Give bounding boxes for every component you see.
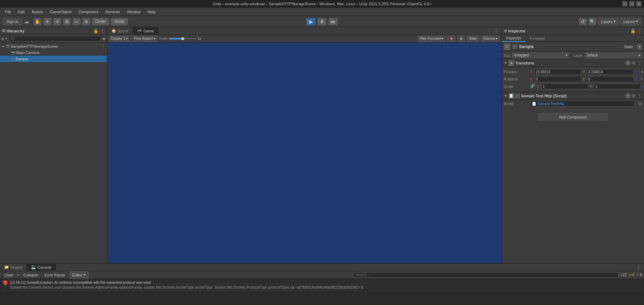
cloud-icon[interactable]: ☁	[24, 18, 29, 25]
close-button[interactable]: ✕	[636, 1, 641, 6]
inspector-lock-icon[interactable]: 🔓	[630, 29, 636, 33]
warn-badge[interactable]: ⚠ 0	[629, 273, 635, 277]
inspector-tabs-row: Inspector Focused	[502, 35, 644, 42]
tree-item-scene[interactable]: ▼ 🎬 SampleHTTPStorageScene ⋮	[0, 43, 107, 49]
search-icon[interactable]: 🔍	[588, 18, 597, 25]
title-bar: Unity - example-unity-windrose - SampleH…	[0, 0, 644, 8]
hierarchy-more-icon[interactable]: ⋮	[100, 28, 105, 34]
info-badge[interactable]: ℹ 12	[621, 273, 627, 277]
menu-services[interactable]: Services	[102, 9, 123, 15]
console-search-input[interactable]	[353, 272, 619, 278]
undo-icon[interactable]: ↺	[579, 18, 587, 25]
mute-button[interactable]: 🔇	[447, 36, 456, 42]
stats-button[interactable]: Stats	[466, 36, 479, 42]
error-badge[interactable]: ✕ 6	[636, 273, 642, 277]
collapse-button[interactable]: Collapse	[21, 273, 40, 277]
x-axis-label: X	[530, 70, 534, 74]
transform-help-icon[interactable]: ?	[626, 61, 630, 66]
rotate-tool-button[interactable]: ↺	[53, 18, 61, 25]
inspector-more-icon[interactable]: ⋮	[637, 28, 642, 34]
console-more-button[interactable]: ⋮	[634, 265, 644, 270]
pivot-button[interactable]: Center	[92, 18, 109, 25]
scale-tool-button[interactable]: ⊞	[63, 18, 71, 25]
step-button[interactable]: ⏭	[328, 18, 338, 25]
script-more-icon[interactable]: ⋮	[637, 93, 642, 99]
minimize-button[interactable]: ─	[622, 1, 627, 6]
script-settings-icon[interactable]: ⚙	[632, 93, 636, 98]
maximize-button[interactable]: □	[629, 1, 634, 6]
object-active-checkbox[interactable]: ✓	[513, 45, 517, 49]
script-help-icon[interactable]: ?	[626, 93, 630, 98]
rotation-x-input[interactable]	[534, 76, 581, 82]
display-button[interactable]: Display 1 ▾	[109, 36, 130, 42]
aspect-button[interactable]: Free Aspect ▾	[132, 36, 157, 42]
script-select-icon[interactable]: ◎	[638, 101, 642, 106]
static-dropdown-button[interactable]: ▾	[637, 44, 642, 49]
rotation-y-input[interactable]	[587, 76, 634, 82]
scale-z-group: Z	[642, 84, 644, 89]
script-component-header[interactable]: ▼ 📄 ✓ Sample Test Http (Script) ? ⚙ ⋮	[502, 92, 644, 100]
rect-tool-button[interactable]: ▭	[72, 18, 81, 25]
tab-focused[interactable]: Focused	[526, 35, 549, 42]
layer-value: Default	[587, 53, 598, 57]
position-y-input[interactable]	[587, 69, 634, 75]
tree-item-camera[interactable]: ▶ 📷 Main Camera	[0, 49, 107, 56]
layout-button[interactable]: Layout ▾	[620, 18, 641, 25]
hand-tool-button[interactable]: ✋	[33, 18, 42, 25]
add-component-button[interactable]: Add Component	[538, 113, 608, 121]
vr-button[interactable]: ⊞	[457, 36, 465, 42]
position-label: Position	[504, 70, 528, 74]
tab-inspector[interactable]: Inspector	[502, 35, 526, 42]
pause-button[interactable]: ⏸	[317, 18, 327, 25]
hierarchy-add-button[interactable]: +	[1, 36, 4, 41]
scale-link-icon[interactable]: 🔗	[530, 84, 535, 89]
menu-help[interactable]: Help	[145, 9, 158, 15]
play-mode-button[interactable]: Play Focused ▾	[417, 36, 446, 42]
menu-component[interactable]: Component	[76, 9, 101, 15]
chevron-down-icon: ▾	[636, 19, 638, 24]
menu-assets[interactable]: Assets	[29, 9, 46, 15]
tab-game[interactable]: 🎮 Game	[133, 27, 158, 35]
console-message-item[interactable]: 🔴 [11:58:11] SocketException: An address…	[1, 280, 643, 291]
gizmos-button[interactable]: Gizmos ▾	[481, 36, 500, 42]
sign-in-button[interactable]: Sign in	[3, 18, 22, 25]
menu-gameobject[interactable]: GameObject	[47, 9, 74, 15]
static-label: Static	[624, 45, 634, 49]
console-tab-label: Console	[37, 265, 51, 269]
scene-more-icon[interactable]: ⋮	[101, 44, 105, 49]
layer-text-label: Layer	[573, 53, 583, 58]
hierarchy-search-input[interactable]	[9, 36, 101, 41]
tab-scene[interactable]: 🏠 Scene	[107, 27, 133, 35]
tag-dropdown[interactable]: Untagged ▾	[512, 52, 569, 59]
tab-console[interactable]: 💻 Console	[27, 264, 56, 271]
scale-slider[interactable]	[169, 38, 197, 39]
scale-y-input[interactable]	[594, 84, 641, 89]
rotation-z-input[interactable]	[639, 76, 644, 82]
position-x-input[interactable]	[534, 69, 581, 75]
transform-tool-button[interactable]: ⊕	[82, 18, 91, 25]
script-active-checkbox[interactable]: ✓	[516, 94, 520, 98]
hierarchy-lock-icon[interactable]: 🔓	[93, 29, 99, 33]
play-button[interactable]: ▶	[306, 18, 316, 25]
layers-button[interactable]: Layers ▾	[598, 18, 619, 25]
menu-edit[interactable]: Edit	[15, 9, 28, 15]
tree-item-sample[interactable]: ▶ ⬡ Sample	[0, 56, 107, 62]
tab-project[interactable]: 📁 Project	[0, 264, 27, 271]
clear-button[interactable]: Clear	[2, 273, 15, 277]
global-button[interactable]: Global	[111, 18, 128, 25]
menu-file[interactable]: File	[2, 9, 14, 15]
scale-x-input[interactable]	[541, 84, 588, 89]
transform-settings-icon[interactable]: ⚙	[632, 61, 636, 66]
clear-dropdown-icon[interactable]: ▾	[17, 273, 19, 277]
move-tool-button[interactable]: ✛	[43, 18, 52, 25]
menu-window[interactable]: Window	[124, 9, 143, 15]
transform-component-header[interactable]: ▼ ⊕ Transform ? ⚙ ⋮	[502, 59, 644, 67]
camera-icon: 📷	[11, 51, 15, 55]
editor-dropdown[interactable]: Editor ▾	[69, 271, 89, 279]
position-z-input[interactable]	[639, 69, 644, 75]
transform-more-icon[interactable]: ⋮	[637, 60, 642, 66]
center-more-button[interactable]: ⋮	[491, 28, 501, 34]
object-preview-icon: ⬡	[504, 43, 511, 50]
error-pause-button[interactable]: Error Pause	[42, 273, 67, 277]
layer-dropdown[interactable]: Default ▾	[585, 52, 642, 59]
